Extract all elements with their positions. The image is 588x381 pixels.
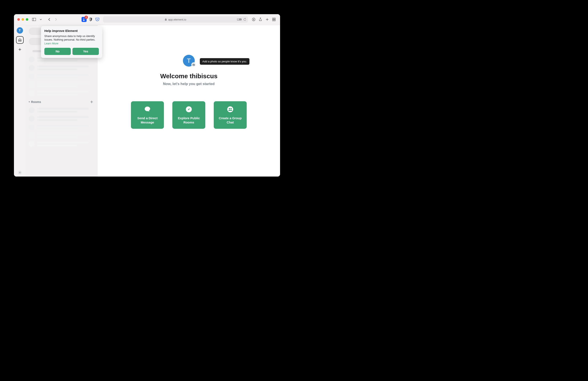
url-text: app.element.io (168, 18, 186, 21)
chevron-down-icon[interactable] (38, 17, 43, 22)
extensions-group: 2 (82, 17, 100, 22)
space-rail: T (14, 25, 26, 177)
send-dm-card[interactable]: Send a Direct Message (131, 101, 164, 129)
chevron-down-icon: ▾ (29, 101, 30, 103)
group-icon (226, 106, 234, 113)
svg-rect-8 (273, 18, 274, 19)
list-item (26, 140, 97, 148)
onboarding-cards: Send a Direct Message Explore Public Roo… (131, 101, 247, 129)
toast-title: Help improve Element (44, 29, 99, 33)
shield-extension-icon[interactable] (88, 17, 93, 22)
settings-button[interactable] (18, 171, 22, 175)
svg-point-20 (231, 108, 232, 109)
card-label: Explore Public Rooms (175, 116, 203, 124)
add-space-button[interactable] (17, 46, 23, 53)
gear-icon (18, 171, 22, 175)
list-item (26, 72, 97, 81)
list-item (26, 123, 97, 131)
svg-rect-9 (274, 18, 275, 19)
sidebar-toggle-group (31, 17, 43, 22)
window-minimize[interactable] (21, 18, 24, 21)
svg-rect-11 (274, 20, 275, 21)
chat-bubble-icon (144, 106, 151, 113)
back-button[interactable] (46, 17, 52, 22)
new-tab-icon[interactable] (264, 17, 270, 22)
camera-badge[interactable] (191, 62, 196, 67)
welcome-subtitle: Now, let's help you get started (163, 82, 215, 86)
list-item (26, 81, 97, 89)
reload-icon[interactable] (243, 18, 246, 21)
list-item (26, 131, 97, 140)
home-icon (18, 38, 22, 42)
welcome-title: Welcome thibiscus (160, 72, 217, 80)
toast-yes-button[interactable]: Yes (72, 48, 99, 55)
add-room-button[interactable] (89, 99, 94, 105)
analytics-toast: Help improve Element Share anonymous dat… (41, 26, 102, 58)
svg-rect-15 (193, 64, 194, 64)
home-space[interactable] (16, 36, 24, 44)
svg-point-12 (19, 172, 20, 173)
lock-icon (165, 18, 167, 21)
section-label: Rooms (31, 100, 41, 104)
pocket-extension-icon[interactable] (95, 17, 100, 22)
user-avatar-small[interactable]: T (17, 27, 23, 34)
svg-rect-2 (165, 19, 167, 21)
svg-rect-10 (273, 20, 274, 21)
explore-rooms-card[interactable]: Explore Public Rooms (172, 101, 205, 129)
create-group-card[interactable]: Create a Group Chat (214, 101, 247, 129)
translate-icon[interactable]: あA (237, 18, 242, 21)
learn-more-link[interactable]: Learn More (44, 42, 58, 45)
svg-point-18 (227, 106, 233, 112)
downloads-icon[interactable] (251, 17, 256, 22)
window-close[interactable] (17, 18, 20, 21)
toast-body: Share anonymous data to help us identify… (44, 34, 99, 45)
list-item (26, 64, 97, 72)
list-item (26, 114, 97, 123)
toast-no-button[interactable]: No (44, 48, 71, 55)
extension-badge: 2 (84, 16, 88, 19)
compass-icon (185, 106, 193, 113)
svg-rect-0 (32, 18, 36, 21)
camera-icon (192, 64, 195, 66)
card-label: Send a Direct Message (133, 116, 161, 124)
password-manager-extension[interactable]: 2 (82, 17, 87, 22)
svg-point-16 (193, 65, 194, 65)
right-chrome-group (251, 17, 277, 22)
avatar-tooltip: Add a photo so people know it's you. (200, 58, 250, 65)
main-content: T Add a photo so people know it's you. W… (98, 25, 280, 177)
list-item (26, 106, 97, 114)
card-label: Create a Group Chat (216, 116, 244, 124)
list-item (26, 89, 97, 97)
user-avatar-large[interactable]: T Add a photo so people know it's you. (183, 55, 195, 67)
window-maximize[interactable] (26, 18, 28, 21)
rooms-section-header[interactable]: ▾ Rooms (26, 97, 97, 106)
svg-text:A: A (240, 19, 241, 20)
sidebar-toggle-icon[interactable] (31, 17, 37, 22)
address-bar[interactable]: app.element.io あA (103, 16, 248, 23)
svg-point-19 (229, 108, 230, 109)
svg-text:あ: あ (237, 19, 239, 21)
tab-overview-icon[interactable] (271, 17, 277, 22)
forward-button[interactable] (53, 17, 59, 22)
nav-group (46, 17, 59, 22)
share-icon[interactable] (258, 17, 263, 22)
browser-chrome: 2 app.element.io あA (14, 14, 280, 25)
browser-window: 2 app.element.io あA (14, 14, 280, 177)
traffic-lights (17, 18, 28, 21)
